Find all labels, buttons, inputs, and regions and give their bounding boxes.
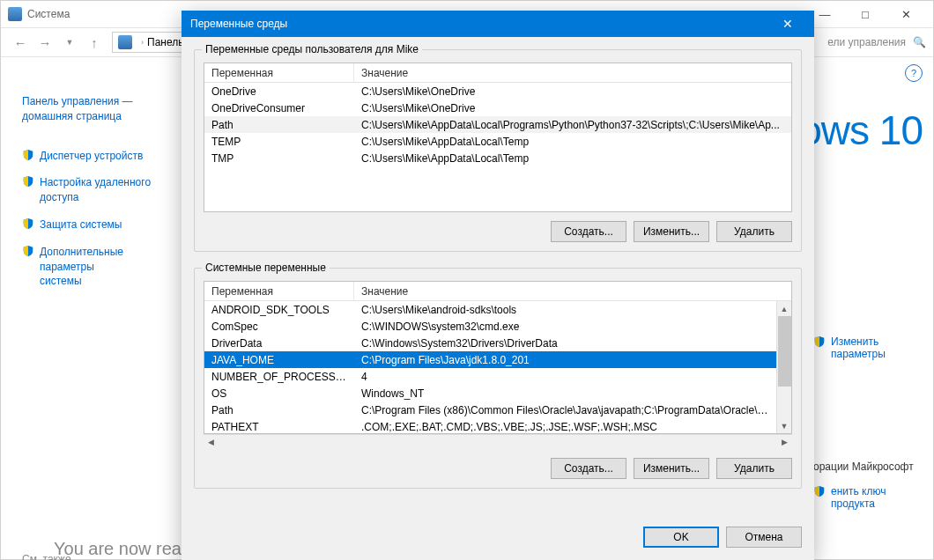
environment-variables-dialog: Переменные среды ✕ Переменные среды поль… — [182, 11, 814, 560]
var-value: C:\Users\Mike\AppData\Local\Programs\Pyt… — [354, 119, 791, 131]
column-variable[interactable]: Переменная — [204, 282, 354, 300]
user-variables-list[interactable]: Переменная Значение OneDriveC:\Users\Mik… — [204, 63, 792, 212]
window-title: Система — [27, 8, 70, 20]
table-row[interactable]: PATHEXT.COM;.EXE;.BAT;.CMD;.VBS;.VBE;.JS… — [204, 418, 776, 434]
dialog-close-button[interactable]: ✕ — [770, 17, 805, 31]
back-button[interactable]: ← — [8, 30, 33, 55]
system-variables-group: Системные переменные Переменная Значение… — [194, 268, 802, 489]
var-value: C:\Users\Mike\OneDrive — [354, 85, 791, 98]
shield-icon — [813, 485, 826, 497]
scroll-right-icon[interactable]: ▶ — [777, 438, 792, 446]
change-settings-link[interactable]: Изменить параметры — [813, 335, 919, 360]
var-value: C:\Program Files (x86)\Common Files\Orac… — [354, 404, 776, 416]
var-name: OS — [204, 387, 354, 400]
table-row[interactable]: ANDROID_SDK_TOOLSC:\Users\Mike\android-s… — [204, 301, 776, 318]
table-row[interactable]: JAVA_HOMEC:\Program Files\Java\jdk1.8.0_… — [204, 351, 776, 368]
shield-icon — [22, 245, 34, 257]
column-value[interactable]: Значение — [354, 67, 791, 79]
column-value[interactable]: Значение — [354, 285, 791, 298]
var-name: ANDROID_SDK_TOOLS — [204, 304, 354, 316]
var-name: OneDrive — [204, 85, 354, 98]
maximize-button[interactable]: □ — [845, 1, 886, 27]
horizontal-scrollbar[interactable]: ◀ ▶ — [204, 434, 792, 449]
table-row[interactable]: TMPC:\Users\Mike\AppData\Local\Temp — [204, 150, 791, 166]
shield-icon — [22, 175, 34, 188]
var-name: JAVA_HOME — [204, 354, 354, 366]
system-icon — [8, 7, 22, 21]
user-group-title: Переменные среды пользователя для Mike — [202, 43, 422, 55]
shield-icon — [813, 335, 826, 348]
scroll-down-icon[interactable]: ▼ — [777, 418, 791, 433]
vertical-scrollbar[interactable]: ▲ ▼ — [776, 301, 791, 433]
sidebar-system-protection[interactable]: Защита системы — [22, 217, 177, 232]
var-name: TEMP — [204, 136, 354, 148]
var-name: Path — [204, 119, 354, 131]
var-value: C:\Users\Mike\android-sdks\tools — [354, 304, 776, 316]
close-button[interactable]: ✕ — [886, 1, 926, 27]
var-value: C:\Users\Mike\AppData\Local\Temp — [354, 136, 791, 148]
dialog-title: Переменные среды — [190, 18, 770, 30]
table-row[interactable]: DriverDataC:\Windows\System32\Drivers\Dr… — [204, 335, 776, 351]
forward-button[interactable]: → — [33, 30, 57, 55]
var-value: Windows_NT — [354, 387, 776, 400]
product-key-link[interactable]: енить ключ продукта — [813, 485, 919, 510]
scroll-left-icon[interactable]: ◀ — [204, 438, 219, 446]
sidebar-remote-settings[interactable]: Настройка удаленного доступа — [22, 175, 177, 205]
table-row[interactable]: OneDriveC:\Users\Mike\OneDrive — [204, 83, 791, 99]
var-value: .COM;.EXE;.BAT;.CMD;.VBS;.VBE;.JS;.JSE;.… — [354, 421, 776, 433]
table-row[interactable]: PathC:\Program Files (x86)\Common Files\… — [204, 402, 776, 418]
sidebar-control-panel-home[interactable]: Панель управления — домашняя страница — [22, 94, 177, 124]
sidebar-advanced-settings[interactable]: Дополнительные параметры системы — [22, 245, 177, 289]
search-icon[interactable]: 🔍 — [913, 36, 926, 48]
system-new-button[interactable]: Создать... — [551, 458, 626, 479]
var-name: ComSpec — [204, 321, 354, 333]
ms-corp-text: орации Майкрософт — [813, 461, 919, 473]
var-value: C:\WINDOWS\system32\cmd.exe — [354, 321, 776, 333]
sidebar-device-manager[interactable]: Диспетчер устройств — [22, 149, 177, 164]
var-name: TMP — [204, 152, 354, 165]
breadcrumb-icon — [118, 35, 132, 49]
history-dropdown[interactable]: ▼ — [57, 30, 82, 55]
table-row[interactable]: TEMPC:\Users\Mike\AppData\Local\Temp — [204, 133, 791, 150]
chevron-right-icon: › — [141, 38, 144, 47]
system-delete-button[interactable]: Удалить — [716, 458, 792, 479]
up-button[interactable]: ↑ — [82, 30, 107, 55]
var-value: C:\Program Files\Java\jdk1.8.0_201 — [354, 354, 776, 366]
user-delete-button[interactable]: Удалить — [716, 221, 792, 242]
var-name: NUMBER_OF_PROCESSORS — [204, 371, 354, 383]
cancel-button[interactable]: Отмена — [726, 527, 802, 548]
scrollbar-thumb[interactable] — [778, 316, 791, 387]
table-row[interactable]: OSWindows_NT — [204, 385, 776, 402]
table-row[interactable]: OneDriveConsumerC:\Users\Mike\OneDrive — [204, 99, 791, 116]
list-header: Переменная Значение — [204, 282, 791, 301]
var-value: C:\Windows\System32\Drivers\DriverData — [354, 337, 776, 350]
ok-button[interactable]: OK — [643, 527, 719, 548]
dialog-titlebar: Переменные среды ✕ — [182, 11, 814, 37]
user-variables-group: Переменные среды пользователя для Mike П… — [194, 49, 802, 252]
shield-icon — [22, 217, 34, 230]
table-row[interactable]: ComSpecC:\WINDOWS\system32\cmd.exe — [204, 318, 776, 335]
var-name: DriverData — [204, 337, 354, 350]
shield-icon — [22, 149, 34, 161]
sidebar: Панель управления — домашняя страница Ди… — [1, 82, 177, 560]
windows-10-logo: ows 10 — [799, 107, 923, 154]
table-row[interactable]: NUMBER_OF_PROCESSORS4 — [204, 368, 776, 385]
column-variable[interactable]: Переменная — [204, 63, 354, 82]
system-group-title: Системные переменные — [202, 262, 330, 274]
system-edit-button[interactable]: Изменить... — [634, 458, 709, 479]
table-row[interactable]: PathC:\Users\Mike\AppData\Local\Programs… — [204, 116, 791, 133]
user-edit-button[interactable]: Изменить... — [634, 221, 709, 242]
user-new-button[interactable]: Создать... — [551, 221, 626, 242]
var-name: Path — [204, 404, 354, 416]
search-fragment: ели управления — [827, 36, 906, 48]
var-value: 4 — [354, 371, 776, 383]
var-name: OneDriveConsumer — [204, 102, 354, 114]
scroll-up-icon[interactable]: ▲ — [777, 301, 791, 316]
system-variables-list[interactable]: Переменная Значение ANDROID_SDK_TOOLSC:\… — [204, 281, 792, 434]
var-name: PATHEXT — [204, 421, 354, 433]
list-header: Переменная Значение — [204, 63, 791, 83]
var-value: C:\Users\Mike\AppData\Local\Temp — [354, 152, 791, 165]
var-value: C:\Users\Mike\OneDrive — [354, 102, 791, 114]
help-icon[interactable]: ? — [905, 64, 923, 82]
